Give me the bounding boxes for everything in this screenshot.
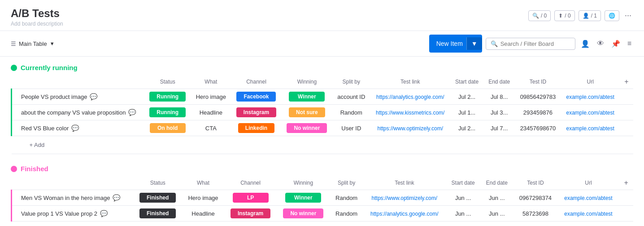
new-item-button[interactable]: New Item ▼	[429, 35, 482, 53]
col-header-test-link: Test link	[363, 176, 446, 190]
search-box[interactable]: 🔍	[486, 38, 575, 50]
comment-icon[interactable]: 💬	[113, 194, 120, 201]
add-row-cell[interactable]: + Add	[12, 136, 634, 154]
row-channel-cell[interactable]: LP	[224, 190, 277, 206]
row-winning-cell[interactable]: Winner	[277, 190, 330, 206]
row-url-cell[interactable]: example.com/abtest	[561, 105, 620, 120]
pin-icon[interactable]: 📌	[609, 38, 622, 50]
row-status-cell[interactable]: Finished	[133, 206, 182, 222]
row-testlink-cell[interactable]: https://www.kissmetrics.com/	[370, 105, 450, 120]
add-column-icon[interactable]: +	[624, 78, 628, 85]
table-header-row: StatusWhatChannelWinningSplit byTest lin…	[12, 75, 634, 89]
row-name: People VS product image 💬	[21, 93, 140, 100]
col-header-name	[12, 75, 144, 89]
add-row-label[interactable]: + Add	[21, 139, 629, 151]
col-header-split-by: Split by	[332, 75, 370, 89]
users-count: / 1	[591, 13, 597, 19]
col-header-test-id: Test ID	[513, 176, 557, 190]
add-row-label[interactable]: + Add	[21, 224, 629, 226]
comments-button[interactable]: 🔍 / 0	[528, 10, 551, 21]
more-options-button[interactable]: ···	[623, 9, 633, 22]
comment-icon[interactable]: 💬	[100, 210, 108, 217]
row-name: Men VS Woman in the hero image 💬	[21, 194, 129, 201]
person-icon[interactable]: 👤	[579, 38, 592, 50]
test-link[interactable]: https://analytics.google.com/	[370, 211, 438, 217]
add-column-icon[interactable]: +	[624, 179, 628, 186]
group-header-finished: Finished	[11, 165, 633, 173]
url-link[interactable]: example.com/abtest	[566, 110, 614, 116]
add-row-cell[interactable]: + Add	[12, 222, 634, 226]
row-startdate-cell: Jul 2...	[450, 120, 483, 136]
add-column-header[interactable]: +	[619, 176, 633, 190]
test-link[interactable]: https://www.kissmetrics.com/	[376, 110, 444, 116]
winning-badge: Winner	[289, 92, 325, 102]
new-item-arrow[interactable]: ▼	[466, 37, 482, 50]
row-split-cell: account ID	[332, 89, 370, 105]
row-url-cell[interactable]: example.com/abtest	[561, 120, 620, 136]
row-testlink-cell[interactable]: https://www.optimizely.com/	[363, 190, 446, 206]
url-link[interactable]: example.com/abtest	[566, 125, 614, 132]
row-channel-cell[interactable]: Linkedin	[231, 120, 282, 136]
row-testid-cell: 0967298374	[513, 190, 557, 206]
row-name-text: Men VS Woman in the hero image	[21, 195, 110, 201]
table-selector[interactable]: ☰ Main Table ▼	[11, 40, 55, 47]
col-header-winning: Winning	[277, 176, 330, 190]
row-channel-cell[interactable]: Instagram	[231, 105, 282, 120]
channel-badge: Facebook	[236, 92, 276, 102]
row-name-cell: People VS product image 💬	[12, 89, 144, 105]
globe-button[interactable]: 🌐	[605, 10, 619, 21]
row-status-cell[interactable]: On hold	[144, 120, 191, 136]
users-icon: 👤	[583, 13, 589, 19]
filter-icon[interactable]: ≡	[626, 38, 633, 49]
col-header-start-date: Start date	[450, 75, 483, 89]
group-title: Currently running	[21, 64, 78, 71]
row-enddate-cell: Jun ...	[480, 206, 513, 222]
row-status-cell[interactable]: Running	[144, 105, 191, 120]
winning-badge: No winner	[287, 123, 327, 133]
row-testlink-cell[interactable]: https://www.optimizely.com/	[370, 120, 450, 136]
status-badge: Finished	[139, 193, 176, 203]
activity-button[interactable]: ⬆ / 0	[554, 10, 574, 21]
add-row[interactable]: + Add	[12, 222, 634, 226]
row-status-cell[interactable]: Running	[144, 89, 191, 105]
test-link[interactable]: https://analytics.google.com/	[376, 94, 444, 100]
row-startdate-cell: Jul 2...	[450, 89, 483, 105]
row-startdate-cell: Jun ...	[446, 206, 480, 222]
row-what-cell: Hero image	[182, 190, 224, 206]
groups-container: Currently runningStatusWhatChannelWinnin…	[11, 64, 633, 226]
activity-count: / 0	[565, 13, 570, 19]
comment-icon[interactable]: 💬	[71, 124, 79, 132]
row-winning-cell[interactable]: Not sure	[282, 105, 332, 120]
search-input[interactable]	[500, 40, 570, 47]
row-winning-cell[interactable]: No winner	[277, 206, 330, 222]
row-url-cell[interactable]: example.com/abtest	[558, 206, 619, 222]
row-testid-cell: 09856429783	[515, 89, 561, 105]
row-url-cell[interactable]: example.com/abtest	[558, 190, 619, 206]
url-link[interactable]: example.com/abtest	[564, 195, 612, 201]
row-channel-cell[interactable]: Instagram	[224, 206, 277, 222]
test-link[interactable]: https://www.optimizely.com/	[372, 195, 437, 201]
row-winning-cell[interactable]: Winner	[282, 89, 332, 105]
row-name-text: Red VS Blue color	[21, 125, 69, 132]
row-add-col-cell	[619, 206, 633, 222]
col-header-end-date: End date	[480, 176, 513, 190]
users-button[interactable]: 👤 / 1	[579, 10, 601, 21]
row-name: Value prop 1 VS Value prop 2 💬	[21, 210, 129, 217]
url-link[interactable]: example.com/abtest	[564, 211, 612, 217]
add-column-header[interactable]: +	[620, 75, 633, 89]
row-testlink-cell[interactable]: https://analytics.google.com/	[363, 206, 446, 222]
col-header-start-date: Start date	[446, 176, 480, 190]
row-name-text: Value prop 1 VS Value prop 2	[21, 210, 97, 217]
url-link[interactable]: example.com/abtest	[566, 94, 614, 100]
comment-icon[interactable]: 💬	[90, 93, 97, 100]
eye-icon[interactable]: 👁	[595, 38, 606, 49]
test-link[interactable]: https://www.optimizely.com/	[378, 125, 443, 132]
row-channel-cell[interactable]: Facebook	[231, 89, 282, 105]
col-header-status: Status	[144, 75, 191, 89]
row-testlink-cell[interactable]: https://analytics.google.com/	[370, 89, 450, 105]
comment-icon[interactable]: 💬	[128, 109, 136, 116]
row-url-cell[interactable]: example.com/abtest	[561, 89, 620, 105]
row-status-cell[interactable]: Finished	[133, 190, 182, 206]
add-row[interactable]: + Add	[12, 136, 634, 154]
row-winning-cell[interactable]: No winner	[282, 120, 332, 136]
